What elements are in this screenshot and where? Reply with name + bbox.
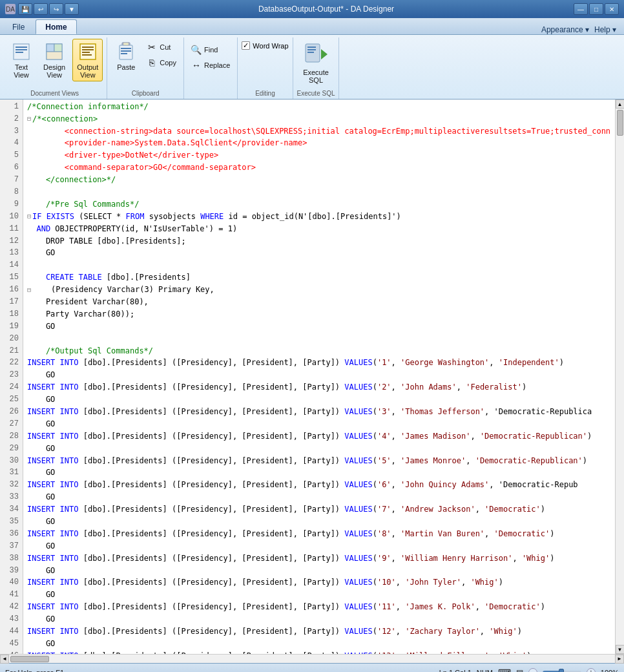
line-number: 33 [3, 492, 19, 504]
scroll-track-v[interactable] [617, 109, 623, 645]
scroll-track-h[interactable] [9, 656, 615, 662]
code-line: /*Connection information*/ [27, 101, 611, 113]
cut-copy-group: ✂ Cut ⎘ Copy [143, 40, 180, 70]
line-number: 11 [3, 223, 19, 235]
cut-button[interactable]: ✂ Cut [143, 40, 180, 54]
save-button[interactable]: 💾 [18, 3, 32, 15]
line-number: 2 [3, 113, 19, 125]
collapse-icon[interactable]: ⊟ [27, 114, 31, 124]
copy-button[interactable]: ⎘ Copy [143, 56, 180, 70]
output-view-button[interactable]: OutputView [72, 39, 103, 81]
design-view-label: DesignView [43, 63, 65, 79]
text-view-button[interactable]: TextView [6, 39, 36, 81]
line-number: 34 [3, 503, 19, 516]
scroll-left-button[interactable]: ◄ [0, 655, 9, 664]
title-bar: DA 💾 ↩ ↪ ▼ DatabaseOutput-Output* - DA D… [0, 0, 624, 18]
scroll-right-button[interactable]: ► [615, 655, 624, 664]
svg-rect-5 [47, 44, 54, 52]
status-right: Ln 1 Col 1 NUM ⌨ ▤ − + 100% [439, 667, 619, 673]
execute-sql-button[interactable]: ExecuteSQL [298, 39, 333, 87]
line-number: 24 [3, 381, 19, 394]
num-lock-indicator: NUM [477, 669, 493, 673]
find-button[interactable]: 🔍 Find [188, 43, 233, 57]
design-view-button[interactable]: DesignView [39, 39, 70, 81]
svg-rect-21 [307, 49, 316, 50]
line-number: 9 [3, 198, 19, 211]
minimize-button[interactable]: — [574, 3, 588, 15]
horizontal-scrollbar[interactable]: ◄ ► [0, 654, 624, 663]
maximize-button[interactable]: □ [589, 3, 603, 15]
line-number: 40 [3, 577, 19, 589]
code-line: DROP TABLE [dbo].[Presidents]; [27, 235, 611, 247]
title-bar-left: DA 💾 ↩ ↪ ▼ [5, 3, 79, 15]
keyboard-indicator: ⌨ [498, 667, 511, 673]
help-link[interactable]: Help ▾ [594, 25, 616, 34]
line-number: 6 [3, 162, 19, 174]
replace-button[interactable]: ↔ Replace [188, 58, 233, 72]
dropdown-button[interactable]: ▼ [65, 3, 79, 15]
line-number: 39 [3, 565, 19, 577]
execute-sql-icon [303, 41, 329, 67]
svg-rect-18 [123, 43, 129, 45]
tab-home[interactable]: Home [36, 19, 76, 34]
svg-rect-16 [121, 50, 131, 52]
zoom-plus-icon[interactable]: + [587, 668, 596, 673]
line-number: 7 [3, 174, 19, 186]
svg-rect-6 [54, 44, 62, 52]
close-button[interactable]: ✕ [605, 3, 619, 15]
code-line: GO [27, 247, 611, 260]
line-number: 20 [3, 333, 19, 345]
scroll-down-button[interactable]: ▼ [616, 645, 625, 654]
line-number: 41 [3, 589, 19, 602]
line-number: 23 [3, 370, 19, 382]
zoom-in-button[interactable]: + [587, 668, 596, 673]
find-replace-spacer [210, 90, 212, 99]
code-area: 1234567891011121314151617181920212223242… [0, 100, 624, 654]
collapse-icon[interactable]: ⊟ [27, 286, 31, 295]
document-views-label: Document Views [30, 90, 79, 99]
zoom-handle[interactable] [559, 669, 564, 673]
line-number: 25 [3, 394, 19, 406]
code-line: INSERT INTO [dbo].[Presidents] ([Preside… [27, 357, 611, 370]
paste-button[interactable]: Paste [111, 39, 141, 74]
svg-rect-12 [82, 54, 92, 56]
code-line: <command-separator>GO</command-separator… [27, 162, 611, 174]
svg-rect-2 [16, 49, 27, 50]
code-line: GO [27, 638, 611, 650]
code-content[interactable]: /*Connection information*/⊟/*<connection… [23, 100, 615, 654]
line-number: 42 [3, 602, 19, 614]
vertical-scrollbar[interactable]: ▲ ▼ [615, 100, 624, 654]
code-line: GO [27, 467, 611, 479]
line-number: 27 [3, 418, 19, 430]
line-number: 43 [3, 613, 19, 625]
code-line: ⊟/*<connection> [27, 113, 611, 125]
code-line: GO [27, 370, 611, 382]
zoom-out-button[interactable]: − [528, 668, 537, 673]
insert-icon: ▤ [516, 668, 523, 673]
line-number: 37 [3, 540, 19, 552]
collapse-icon[interactable]: ⊟ [27, 212, 31, 222]
scroll-up-button[interactable]: ▲ [616, 100, 625, 109]
code-line: INSERT INTO [dbo].[Presidents] ([Preside… [27, 552, 611, 565]
undo-button[interactable]: ↩ [34, 3, 48, 15]
zoom-level: 100% [601, 669, 619, 673]
word-wrap-checkbox[interactable]: ✓ [242, 41, 250, 50]
paste-icon [116, 41, 136, 62]
svg-rect-17 [121, 53, 127, 54]
appearance-link[interactable]: Appearance ▾ [541, 25, 589, 34]
code-line: <provider-name>System.Data.SqlClient</pr… [27, 138, 611, 150]
execute-group: ExecuteSQL Execute SQL [293, 37, 340, 99]
redo-button[interactable]: ↪ [49, 3, 63, 15]
line-number: 19 [3, 320, 19, 333]
scroll-thumb-v[interactable] [617, 110, 623, 136]
word-wrap-item[interactable]: ✓ Word Wrap [242, 41, 288, 50]
scroll-thumb-h[interactable] [10, 656, 49, 662]
tab-file[interactable]: File [3, 19, 34, 34]
replace-icon: ↔ [191, 60, 202, 70]
svg-rect-15 [121, 48, 131, 49]
line-number: 4 [3, 138, 19, 150]
code-line: INSERT INTO [dbo].[Presidents] ([Preside… [27, 455, 611, 467]
svg-rect-7 [47, 52, 62, 59]
zoom-minus-icon[interactable]: − [528, 668, 537, 673]
editing-label: Editing [255, 90, 275, 99]
